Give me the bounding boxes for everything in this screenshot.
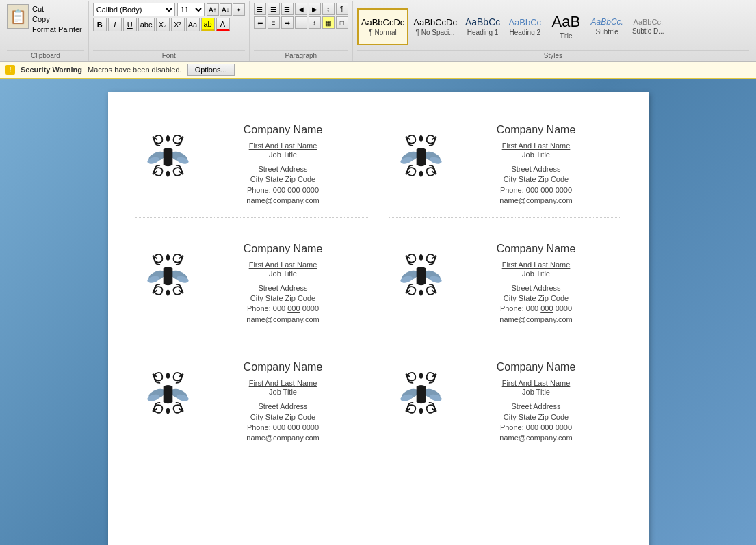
superscript-button[interactable]: X² [171,18,185,31]
style-normal-label: ¶ Normal [369,29,396,36]
business-card: Company Name First And Last Name Job Tit… [135,350,368,455]
toolbar: 📋 Cut Copy Format Painter Clipboard Cali… [0,0,756,62]
style-title-label: Title [560,32,573,40]
style-nospace-preview: AaBbCcDc [413,17,457,27]
security-warning-text: Macros have been disabled. [88,66,182,74]
style-h1-preview: AaBbCc [465,16,500,27]
clipboard-actions: Cut Copy Format Painter [30,4,84,34]
align-right-button[interactable]: ➡ [281,16,294,29]
copy-button[interactable]: Copy [30,14,84,24]
style-no-spacing[interactable]: AaBbCcDc ¶ No Spaci... [410,8,460,45]
card-job-title: Job Title [204,269,363,278]
business-card: Company Name First And Last Name Job Tit… [135,113,368,218]
decrease-indent-button[interactable]: ◀ [295,3,307,15]
cards-grid: Company Name First And Last Name Job Tit… [135,113,621,455]
paragraph-row2: ⬅ ≡ ➡ ☰ ↕ ▦ □ [254,16,348,29]
business-card: Company Name First And Last Name Job Tit… [135,232,368,337]
business-card: Company Name First And Last Name Job Tit… [389,232,621,337]
subscript-button[interactable]: X₂ [156,18,170,31]
clear-format-button[interactable]: ✦ [233,3,245,16]
styles-row: AaBbCcDc ¶ Normal AaBbCcDc ¶ No Spaci...… [357,3,749,50]
card-address: Street Address City State Zip Code Phone… [204,401,363,444]
style-subtle-label: Subtle D... [632,27,664,35]
card-logo [141,368,196,436]
justify-button[interactable]: ☰ [295,16,307,29]
clipboard-section: 📋 Cut Copy Format Painter Clipboard [3,1,89,61]
style-h2-preview: AaBbCc [508,17,541,27]
font-row1: Calibri (Body) 11 A↑ A↓ ✦ [93,3,245,16]
card-email: name@company.com [499,315,572,323]
increase-indent-button[interactable]: ▶ [309,3,321,15]
underline-button[interactable]: U [123,18,137,31]
card-address: Street Address City State Zip Code Phone… [457,283,616,325]
options-button[interactable]: Options... [187,64,235,76]
card-content: Company Name First And Last Name Job Tit… [204,243,363,325]
styles-section: AaBbCcDc ¶ Normal AaBbCcDc ¶ No Spaci...… [353,1,753,61]
bold-button[interactable]: B [93,18,107,31]
business-card: Company Name First And Last Name Job Tit… [389,113,621,218]
sort-button[interactable]: ↕ [322,3,335,15]
security-warning-label: Security Warning [21,66,82,74]
card-phone: Phone: 000 000 0000 [500,186,572,194]
paragraph-row1: ☰ ☰ ☰ ◀ ▶ ↕ ¶ [254,3,348,15]
strikethrough-button[interactable]: abc [138,18,155,31]
logo-svg [142,368,194,436]
align-left-button[interactable]: ⬅ [254,16,266,29]
card-address: Street Address City State Zip Code Phone… [457,401,616,444]
style-subtitle[interactable]: AaBbCc. Subtitle [587,8,627,45]
style-subtle[interactable]: AaBbCc. Subtle D... [628,8,668,45]
logo-svg [395,368,447,436]
font-family-select[interactable]: Calibri (Body) [93,3,175,16]
paste-button[interactable]: 📋 [7,4,29,29]
cut-button[interactable]: Cut [30,4,84,14]
change-case-button[interactable]: Aa [186,18,200,31]
card-phone: Phone: 000 000 0000 [247,186,319,194]
logo-svg [395,131,447,199]
clipboard-label: Clipboard [7,50,84,61]
paste-area: 📋 Cut Copy Format Painter [7,4,84,34]
style-heading1[interactable]: AaBbCc Heading 1 [462,8,504,45]
card-content: Company Name First And Last Name Job Tit… [457,124,616,207]
multilevel-button[interactable]: ☰ [281,3,294,15]
italic-button[interactable]: I [108,18,122,31]
card-company-name: Company Name [457,124,616,136]
card-logo [141,250,196,318]
security-icon: ! [5,65,15,75]
font-section: Calibri (Body) 11 A↑ A↓ ✦ B I U abc X₂ X… [89,1,250,61]
style-normal[interactable]: AaBbCcDc ¶ Normal [357,8,409,45]
card-person-name: First And Last Name [204,379,363,387]
style-heading2[interactable]: AaBbCc Heading 2 [505,8,545,45]
bullets-button[interactable]: ☰ [254,3,266,15]
business-card: Company Name First And Last Name Job Tit… [389,350,621,455]
card-person-name: First And Last Name [457,142,616,150]
shading-button[interactable]: ▦ [322,16,335,29]
font-row2: B I U abc X₂ X² Aa ab A [93,18,245,31]
align-center-button[interactable]: ≡ [268,16,280,29]
style-subtle-preview: AaBbCc. [634,18,663,26]
line-spacing-button[interactable]: ↕ [309,16,321,29]
numbering-button[interactable]: ☰ [268,3,280,15]
logo-svg [395,250,447,318]
card-email: name@company.com [246,196,319,204]
font-shrink-button[interactable]: A↓ [220,3,232,16]
style-title[interactable]: AaB Title [546,8,586,45]
style-nospace-label: ¶ No Spaci... [416,29,455,36]
card-company-name: Company Name [204,124,363,136]
format-painter-button[interactable]: Format Painter [30,25,84,34]
card-company-name: Company Name [457,361,616,373]
style-h1-label: Heading 1 [467,29,499,36]
borders-button[interactable]: □ [336,16,348,29]
card-content: Company Name First And Last Name Job Tit… [204,361,363,444]
show-hide-button[interactable]: ¶ [336,3,348,15]
card-company-name: Company Name [457,243,616,255]
logo-svg [142,131,194,199]
card-job-title: Job Title [457,388,616,396]
highlight-button[interactable]: ab [201,18,215,31]
font-size-select[interactable]: 11 [177,3,205,16]
style-normal-preview: AaBbCcDc [361,17,405,27]
font-color-button[interactable]: A [216,18,230,31]
card-person-name: First And Last Name [457,379,616,387]
card-person-name: First And Last Name [204,142,363,150]
font-grow-button[interactable]: A↑ [207,3,219,16]
logo-svg [142,250,194,318]
